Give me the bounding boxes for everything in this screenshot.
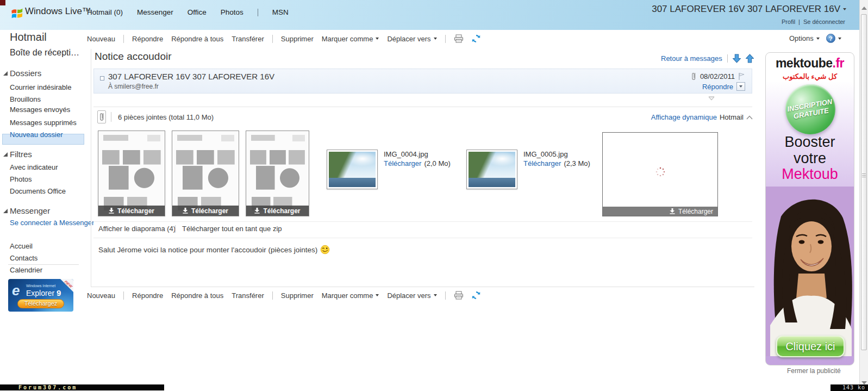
mektoube-ad-banner[interactable]: mektoube.fr كل شيء بالمكتوب INSCRIPTION … [765,52,854,365]
sidebar-item-documents-office[interactable]: Documents Office [10,187,66,195]
download-label: Télécharger [263,207,300,215]
expand-header-chevron-icon[interactable] [708,96,715,101]
download-icon [670,208,675,214]
telecharger-zip-link[interactable]: Télécharger tout en tant que zip [182,225,282,233]
fermer-publicite-link[interactable]: Fermer la publicité [787,367,841,375]
profil-link[interactable]: Profil [782,18,795,25]
deplacer-vers-button[interactable]: Déplacer vers [387,35,436,43]
sidebar-item-avec-indicateur[interactable]: Avec indicateur [10,163,58,171]
sidebar-item-messages-supprimes[interactable]: Messages supprimés [10,119,77,127]
download-doc-6-button[interactable]: Télécharger [603,207,717,216]
sidebar-section-dossiers[interactable]: Dossiers [10,69,41,78]
sidebar-item-messages-envoyes[interactable]: Messages envoyés [10,105,70,114]
message-header[interactable]: 307 LAFOREVER 16V 307 LAFOREVER 16V À sm… [93,69,752,94]
download-label: Télécharger [678,208,713,215]
attachment-doc-thumbnail-1[interactable]: Télécharger [98,131,165,216]
retour-messages-link[interactable]: Retour à messages [661,54,722,63]
message-recipient: À smilers@free.fr [108,83,159,90]
img5-download-link[interactable]: Télécharger [523,159,561,167]
sidebar-section-messenger[interactable]: Messenger [10,206,50,215]
img4-download-row: Télécharger (2,0 Mo) [384,159,451,167]
attachment-doc-thumbnail-3[interactable]: Télécharger [246,131,309,216]
tree-expand-icon[interactable] [3,209,8,213]
repondre-button[interactable]: Répondre [132,35,163,43]
refresh-icon[interactable] [472,291,480,300]
afficher-diaporama-link[interactable]: Afficher le diaporama (4) [98,225,176,233]
download-doc-1-button[interactable]: Télécharger [98,206,165,216]
sidebar-item-accueil[interactable]: Accueil [10,242,33,250]
supprimer-button[interactable]: Supprimer [281,35,314,43]
previous-message-icon[interactable] [733,54,741,63]
nav-hotmail[interactable]: Hotmail (0) [87,8,123,16]
account-menu[interactable]: 307 LAFOREVER 16V 307 LAFOREVER 16V [652,4,846,15]
refresh-icon[interactable] [472,34,480,43]
download-doc-3-button[interactable]: Télécharger [246,206,309,216]
marquer-comme-label: Marquer comme [322,291,373,300]
nouveau-button[interactable]: Nouveau [87,291,115,300]
download-doc-2-button[interactable]: Télécharger [172,206,239,216]
ie9-download-button[interactable]: Téléchargez [17,299,64,308]
marquer-comme-button[interactable]: Marquer comme [322,291,379,300]
sidebar-item-inbox[interactable]: Boîte de récepti… [10,48,79,58]
inscription-gratuite-badge: INSCRIPTION GRATUITE [782,80,840,139]
collapse-attachments-chevron-icon[interactable] [746,115,753,120]
nav-msn[interactable]: MSN [272,8,289,16]
sidebar-section-filtres[interactable]: Filtres [10,150,32,159]
tree-expand-icon[interactable] [3,71,8,76]
sidebar-item-calendrier[interactable]: Calendrier [10,266,42,274]
attachments-view-toggle: Affichage dynamique Hotmail [651,113,753,121]
sidebar: Hotmail Boîte de récepti… Dossiers Courr… [0,30,87,391]
cliquez-ici-button[interactable]: Cliquez ici [776,336,845,357]
sidebar-item-connect-messenger[interactable]: Se connecter à Messenger [10,219,94,227]
transferer-button[interactable]: Transférer [232,291,264,300]
attachment-loading-thumbnail[interactable]: Télécharger [602,132,718,216]
attachment-img4-thumbnail[interactable] [327,150,378,189]
ad-brand-name: mektoube [776,56,833,70]
nav-office[interactable]: Office [188,8,207,16]
sidebar-item-brouillons[interactable]: Brouillons [10,95,41,103]
supprimer-button[interactable]: Supprimer [281,291,314,300]
sidebar-item-photos[interactable]: Photos [10,175,32,183]
repondre-button[interactable]: Répondre [132,291,163,300]
print-icon[interactable] [454,291,464,300]
sidebar-title-hotmail[interactable]: Hotmail [10,31,47,44]
options-button[interactable]: Options [789,34,820,42]
divider [93,221,752,222]
affichage-dynamique-link[interactable]: Affichage dynamique [651,113,717,121]
vertical-scrollbar[interactable] [859,0,868,391]
marquer-comme-button[interactable]: Marquer comme [322,35,379,43]
options-label: Options [789,34,814,42]
nav-photos[interactable]: Photos [221,8,243,16]
scrollbar-thumb[interactable] [861,14,867,350]
help-button[interactable]: ? [826,34,841,43]
repondre-tous-button[interactable]: Répondre à tous [171,35,223,43]
tree-expand-icon[interactable] [3,152,8,157]
ie9-ad-banner[interactable]: e Windows Internet Explorer 9 new Téléch… [8,279,73,312]
windows-live-flag-icon [11,8,24,20]
collapse-message-icon[interactable] [100,76,104,80]
deplacer-vers-button[interactable]: Déplacer vers [387,291,436,300]
landscape-photo [329,152,376,187]
img4-download-link[interactable]: Télécharger [384,159,421,167]
paperclip-icon [99,112,105,122]
panel-border [91,287,754,287]
next-message-icon[interactable] [746,54,754,63]
scroll-up-arrow-icon[interactable] [861,4,867,10]
flag-icon[interactable] [738,72,745,80]
sidebar-item-nouveau-dossier[interactable]: Nouveau dossier [10,131,63,139]
attachment-doc-thumbnail-2[interactable]: Télécharger [172,131,239,216]
print-icon[interactable] [454,34,464,43]
attachment-img5-thumbnail[interactable] [466,150,517,189]
windows-live-brand[interactable]: Windows Live™ [25,6,91,17]
transferer-button[interactable]: Transférer [232,35,264,43]
nav-messenger[interactable]: Messenger [137,8,173,16]
sidebar-item-contacts[interactable]: Contacts [10,254,38,262]
repondre-tous-button[interactable]: Répondre à tous [171,291,223,300]
reply-dropdown-button[interactable] [736,82,745,91]
ad-brand-tld: .fr [833,56,845,70]
nouveau-button[interactable]: Nouveau [87,35,115,43]
sidebar-item-courrier-indesirable[interactable]: Courrier indésirable [10,83,71,91]
download-icon [183,208,188,214]
repondre-link[interactable]: Répondre [702,83,733,91]
signout-link[interactable]: Se déconnecter [803,18,845,25]
